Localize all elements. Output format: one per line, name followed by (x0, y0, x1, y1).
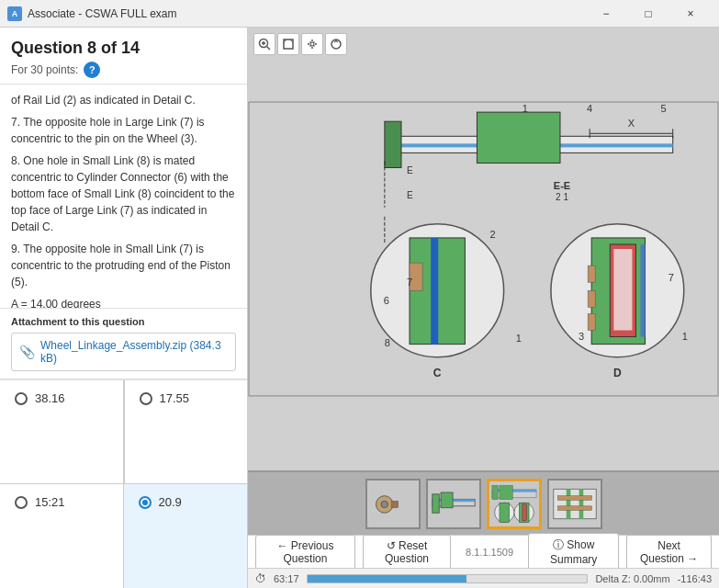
timer-icon: ⏱ (255, 572, 266, 585)
svg-text:2: 2 (489, 229, 495, 240)
question-points: For 30 points: ? (11, 62, 236, 78)
svg-rect-73 (566, 489, 570, 518)
svg-text:5: 5 (661, 103, 667, 114)
svg-rect-64 (499, 485, 511, 499)
svg-rect-59 (441, 492, 453, 507)
thumbnail-3[interactable] (487, 479, 542, 529)
svg-text:E: E (407, 190, 413, 200)
svg-text:7: 7 (407, 277, 412, 288)
radio-2 (140, 392, 152, 405)
svg-rect-42 (613, 249, 632, 331)
status-bar: ⏱ 63:17 Delta Z: 0.00mm -116:43 (248, 568, 719, 588)
svg-rect-55 (391, 501, 398, 507)
attachment-label: Attachment to this question (11, 316, 236, 327)
svg-rect-14 (385, 121, 401, 167)
pan-button[interactable] (301, 33, 323, 55)
svg-text:1: 1 (516, 333, 522, 344)
answer-text-2: 17.55 (160, 391, 190, 405)
progress-bar-fill (308, 575, 467, 582)
answer-text-4: 20.9 (159, 495, 182, 509)
attachment-filename: Wheel_Linkage_Assembly.zip (384.3 kB) (40, 339, 228, 365)
maximize-button[interactable]: □ (627, 0, 669, 28)
svg-rect-75 (557, 495, 591, 500)
radio-1 (15, 392, 28, 405)
svg-point-9 (310, 42, 314, 46)
question-title: Question 8 of 14 (11, 39, 236, 58)
bottom-bar: ← Previous Question ↺ Reset Question 8.1… (248, 535, 719, 568)
show-summary-button[interactable]: ⓘ Show Summary (528, 533, 619, 571)
answer-text-1: 38.16 (35, 391, 65, 405)
attachment-file[interactable]: 📎 Wheel_Linkage_Assembly.zip (384.3 kB) (11, 333, 236, 371)
svg-text:A: A (12, 9, 18, 18)
radio-3 (15, 496, 28, 509)
title-bar-left: A Associate - CSWA FULL exam (7, 6, 177, 21)
main-container: Question 8 of 14 For 30 points: ? of Rai… (0, 28, 719, 588)
q-line-3: 8. One hole in Small Link (8) is mated c… (11, 153, 236, 235)
answer-option-3[interactable]: 15:21 (0, 484, 124, 588)
window-controls: − □ × (585, 0, 712, 28)
svg-rect-43 (588, 266, 595, 282)
paperclip-icon: 📎 (19, 345, 35, 359)
close-button[interactable]: × (669, 0, 712, 28)
svg-rect-70 (522, 503, 525, 520)
answer-option-2[interactable]: 17.55 (124, 380, 248, 484)
svg-text:X: X (628, 118, 635, 129)
delta-info: Delta Z: 0.00mm (595, 573, 669, 584)
app-icon: A (7, 6, 22, 21)
svg-rect-72 (553, 489, 595, 518)
points-label: For 30 points: (11, 63, 78, 76)
svg-rect-45 (588, 313, 595, 330)
svg-rect-60 (432, 493, 438, 512)
svg-rect-67 (499, 503, 509, 522)
radio-4 (139, 496, 152, 509)
q-line-5: A = 14.00 degrees (11, 296, 236, 309)
reset-question-button[interactable]: ↺ Reset Question (363, 535, 451, 570)
thumbnail-4[interactable] (547, 479, 602, 529)
svg-rect-76 (557, 505, 591, 510)
svg-text:D: D (613, 367, 622, 379)
answer-option-4[interactable]: 20.9 (124, 484, 248, 588)
svg-point-54 (381, 501, 388, 507)
svg-text:2  1: 2 1 (556, 192, 568, 202)
thumbnail-strip (248, 470, 719, 535)
svg-rect-15 (477, 112, 560, 163)
svg-rect-32 (431, 238, 438, 345)
next-question-button[interactable]: Next Question → (626, 535, 712, 570)
right-panel: X E-E 2 1 1 4 5 E E 2 (248, 28, 719, 588)
answer-option-1[interactable]: 38.16 (0, 380, 124, 484)
svg-text:C: C (433, 367, 442, 379)
prev-question-button[interactable]: ← Previous Question (255, 535, 355, 570)
thumbnail-1[interactable] (365, 479, 421, 529)
timer-value: 63:17 (274, 573, 299, 584)
zoom-fit-button[interactable] (277, 33, 299, 55)
q-line-4: 9. The opposite hole in Small Link (7) i… (11, 241, 236, 290)
svg-rect-63 (491, 489, 535, 492)
left-panel: Question 8 of 14 For 30 points: ? of Rai… (0, 28, 248, 588)
q-line-2: 7. The opposite hole in Large Link (7) i… (11, 114, 236, 147)
zoom-in-button[interactable] (253, 33, 275, 55)
svg-line-3 (267, 47, 271, 51)
svg-text:1: 1 (522, 103, 528, 114)
svg-text:E-E: E-E (554, 180, 570, 191)
svg-text:1: 1 (682, 331, 688, 342)
svg-rect-74 (579, 489, 583, 518)
zoom-reset-button[interactable] (325, 33, 347, 55)
answer-text-3: 15:21 (35, 495, 65, 509)
svg-text:6: 6 (384, 295, 389, 306)
svg-rect-65 (491, 485, 497, 499)
answers-section: 38.16 17.55 15:21 20.9 (0, 379, 247, 589)
question-text: of Rail Lid (2) as indicated in Detail C… (0, 85, 247, 309)
q-line-1: of Rail Lid (2) as indicated in Detail C… (11, 92, 236, 108)
question-header: Question 8 of 14 For 30 points: ? (0, 28, 247, 85)
minimize-button[interactable]: − (585, 0, 627, 28)
svg-rect-46 (641, 244, 646, 337)
help-icon[interactable]: ? (84, 62, 100, 78)
time-remaining: -116:43 (678, 573, 712, 584)
viewer-toolbar (253, 33, 347, 55)
svg-text:8: 8 (385, 337, 390, 348)
thumbnail-2[interactable] (426, 479, 481, 529)
version-info: 8.1.1.1509 (466, 547, 513, 558)
technical-drawing: X E-E 2 1 1 4 5 E E 2 (248, 28, 719, 470)
image-viewer: X E-E 2 1 1 4 5 E E 2 (248, 28, 719, 470)
svg-rect-44 (588, 290, 595, 307)
